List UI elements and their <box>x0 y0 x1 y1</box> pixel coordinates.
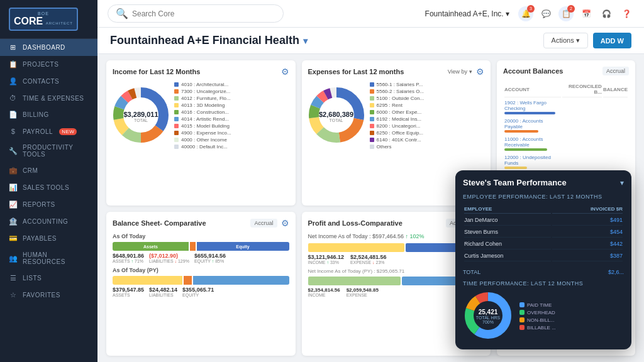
time-legend: PAID TIME OVERHEAD NON-BILL... BILLABLE … <box>519 302 556 331</box>
legend-item: 5560-1 : Salaries P... <box>370 82 485 87</box>
time-donut-center: 25,421 TOTAL HRS 700% <box>476 309 500 324</box>
balance-today-section: As Of Today Assets Equity $648,901.86 AS… <box>113 233 289 263</box>
employee-section-title: Employee Performance: LAST 12 MONTHS <box>463 194 624 200</box>
col-employee: EMPLOYEE <box>464 205 551 214</box>
help-icon[interactable]: ❓ <box>619 6 634 21</box>
actions-button[interactable]: Actions ▾ <box>543 33 588 48</box>
search-box[interactable]: 🔍 <box>108 4 284 23</box>
balance-today-bar: Assets Equity <box>113 242 289 251</box>
employee-amount: $454 <box>552 227 623 238</box>
alerts-badge: 2 <box>567 5 575 13</box>
income-settings-icon[interactable]: ⚙ <box>281 67 289 77</box>
liabilities-value: ($7,012.90) <box>149 253 189 259</box>
sidebar-item-payroll[interactable]: $ PAYROLL NEW <box>0 123 97 140</box>
notifications-icon[interactable]: 🔔3 <box>518 6 533 21</box>
logo-area: BOE CORE ARCHITECT <box>0 0 97 39</box>
sidebar-item-lists[interactable]: ☰ LISTS <box>0 270 97 287</box>
sidebar-item-projects[interactable]: 📋 PROJECTS <box>0 56 97 73</box>
time-donut-pct: 700% <box>476 320 500 324</box>
assets-value: $648,901.86 <box>113 253 144 259</box>
crm-icon: 💼 <box>9 167 18 175</box>
employee-amount: $442 <box>552 239 623 250</box>
sales-icon: 📊 <box>9 184 18 192</box>
legend-item: 8200 : Uncategori... <box>370 123 485 129</box>
expenses-card-title: Expenses for Last 12 months <box>308 68 404 75</box>
company-selector[interactable]: Fountainhead A+E, Inc. ▾ <box>425 9 509 18</box>
employee-row: Curtis Jameson $387 <box>464 251 623 261</box>
sidebar-item-sales[interactable]: 📊 SALES TOOLS <box>0 179 97 196</box>
legend-item: 6000 : Other Expe... <box>370 109 485 115</box>
balance-today-subtitle: As Of Today <box>113 233 289 239</box>
sidebar-label-favorites: FAVORITES <box>23 292 60 299</box>
productivity-icon: 🔧 <box>9 147 18 155</box>
alerts-icon[interactable]: 📋2 <box>558 6 574 21</box>
sidebar-item-billing[interactable]: 📄 BILLING <box>0 106 97 123</box>
time-legend-item: BILLABLE ... <box>519 325 556 331</box>
sidebar-label-reports: REPORTS <box>23 201 55 208</box>
sidebar-item-hr[interactable]: 👥 HUMAN RESOURCES <box>0 247 97 270</box>
legend-item: 40000 : Default Inc... <box>174 144 289 150</box>
income-card-title: Income for Last 12 Months <box>113 68 200 75</box>
legend-item: 4010 : Architectural... <box>174 82 289 87</box>
account-balances-title: Account Balances <box>503 67 563 75</box>
balance-py-stats: $379,547.85 ASSETS $24,482.14 LIABILITIE… <box>113 287 289 297</box>
sidebar-item-accounting[interactable]: 🏦 ACCOUNTING <box>0 213 97 230</box>
account-row: 20000 : Accounts Payable <box>504 117 628 134</box>
sidebar-label-payroll: PAYROLL <box>23 128 53 135</box>
expenses-settings-icon[interactable]: ⚙ <box>476 67 484 77</box>
account-row: 1902 : Wells Fargo Checking <box>504 99 628 116</box>
sidebar-item-payables[interactable]: 💳 PAYABLES <box>0 230 97 247</box>
view-by-label[interactable]: View by ▾ <box>448 69 472 75</box>
title-chevron-icon[interactable]: ▾ <box>303 36 308 46</box>
sidebar-item-time[interactable]: ⏱ TIME & EXPENSES <box>0 90 97 106</box>
sidebar-label-lists: LISTS <box>23 275 42 282</box>
search-input[interactable] <box>132 9 275 18</box>
employee-amount: $387 <box>552 251 623 261</box>
balance-settings-icon[interactable]: ⚙ <box>281 218 289 228</box>
expenses-legend: 5560-1 : Salaries P... 5560-2 : Salaries… <box>370 82 485 151</box>
account-accrual-tag[interactable]: Accrual <box>602 67 629 75</box>
sidebar-label-dashboard: DASHBOARD <box>23 44 65 51</box>
employee-name: Richard Cohen <box>464 239 551 250</box>
total-label: TOTAL <box>463 269 480 275</box>
sidebar-label-time: TIME & EXPENSES <box>23 95 84 102</box>
calendar-icon[interactable]: 📅 <box>579 6 594 21</box>
logo-boe: BOE <box>14 11 73 16</box>
time-icon: ⏱ <box>9 94 18 102</box>
sidebar-item-crm[interactable]: 💼 CRM <box>0 162 97 179</box>
sidebar-item-reports[interactable]: 📈 REPORTS <box>0 196 97 213</box>
sidebar: BOE CORE ARCHITECT ⊞ DASHBOARD 📋 PROJECT… <box>0 0 97 362</box>
sidebar-label-accounting: ACCOUNTING <box>23 218 68 225</box>
expenses-donut-chart: $2,680,389 TOTAL <box>308 87 365 146</box>
legend-item: 4015 : Model Building <box>174 123 289 129</box>
expenses-card-header: Expenses for Last 12 months View by ▾ ⚙ <box>308 67 485 77</box>
sidebar-item-contacts[interactable]: 👤 CONTACTS <box>0 73 97 90</box>
header-actions: Actions ▾ ADD W <box>543 33 631 48</box>
contacts-icon: 👤 <box>9 77 18 85</box>
overhead-dot <box>519 310 525 315</box>
sidebar-item-productivity[interactable]: 🔧 PRODUCTIVITY TOOLS <box>0 140 97 162</box>
balance-accrual-tag[interactable]: Accrual <box>250 219 277 228</box>
income-donut-area: $3,289,011 TOTAL 4010 : Architectural...… <box>113 82 289 151</box>
topbar-icons: 🔔3 💬 📋2 📅 🎧 ❓ <box>518 6 634 21</box>
steves-chevron-icon[interactable]: ▾ <box>620 178 624 187</box>
legend-item: 7300 : Uncategorize... <box>174 89 289 94</box>
expenses-donut-area: $2,680,389 TOTAL 5560-1 : Salaries P... … <box>308 82 485 151</box>
headset-icon[interactable]: 🎧 <box>599 6 614 21</box>
sidebar-item-favorites[interactable]: ☆ FAVORITES <box>0 287 97 304</box>
payroll-icon: $ <box>9 128 18 135</box>
topbar-right: Fountainhead A+E, Inc. ▾ 🔔3 💬 📋2 📅 🎧 ❓ <box>425 6 634 21</box>
notification-badge: 3 <box>527 5 535 13</box>
add-button[interactable]: ADD W <box>593 33 631 48</box>
income-card: Income for Last 12 Months ⚙ <box>106 60 296 206</box>
favorites-icon: ☆ <box>9 291 18 299</box>
sidebar-item-dashboard[interactable]: ⊞ DASHBOARD <box>0 39 97 56</box>
legend-item: 6295 : Rent <box>370 102 485 108</box>
sidebar-label-hr: HUMAN RESOURCES <box>23 251 89 265</box>
time-donut-chart: 25,421 TOTAL HRS 700% <box>463 290 513 342</box>
messages-icon[interactable]: 💬 <box>538 6 553 21</box>
legend-item: 4014 : Artistic Rend... <box>174 116 289 122</box>
income-card-header: Income for Last 12 Months ⚙ <box>113 67 289 77</box>
topbar: 🔍 Fountainhead A+E, Inc. ▾ 🔔3 💬 📋2 📅 🎧 ❓ <box>97 0 644 28</box>
balance-py-section: As Of Today (PY) $379,547.85 ASSETS $24,… <box>113 267 289 297</box>
